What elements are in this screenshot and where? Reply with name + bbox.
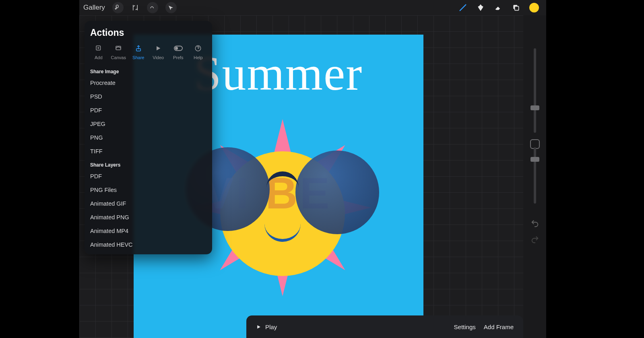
svg-rect-1 — [515, 6, 519, 10]
redo-icon[interactable] — [530, 235, 539, 245]
eraser-icon[interactable] — [494, 3, 503, 12]
share-image-option[interactable]: PDF — [85, 103, 212, 117]
adjustments-icon[interactable] — [131, 3, 140, 12]
brush-size-thumb[interactable] — [530, 105, 539, 110]
undo-icon[interactable] — [530, 219, 539, 229]
transform-arrow-icon[interactable] — [165, 2, 177, 13]
share-layers-option[interactable]: Animated MP4 — [85, 224, 212, 238]
actions-tab-help[interactable]: Help — [188, 42, 208, 62]
share-image-option[interactable]: JPEG — [85, 117, 212, 131]
actions-tab-share[interactable]: Share — [128, 42, 149, 62]
prefs-toggle-icon — [174, 44, 183, 53]
add-icon — [94, 44, 103, 53]
play-label: Play — [265, 324, 277, 330]
share-layers-option[interactable]: Animated HEVC — [85, 238, 212, 251]
share-image-option[interactable]: Procreate — [85, 76, 212, 90]
layers-icon[interactable] — [512, 3, 520, 12]
share-icon — [134, 44, 143, 53]
share-layers-option[interactable]: Animated GIF — [85, 197, 212, 210]
share-image-option[interactable]: PNG — [85, 131, 212, 144]
actions-title: Actions — [85, 21, 212, 42]
actions-tab-canvas[interactable]: Canvas — [109, 42, 129, 62]
side-rail — [523, 15, 546, 338]
anim-settings-button[interactable]: Settings — [454, 324, 476, 330]
top-toolbar: Gallery — [79, 0, 546, 15]
brush-icon[interactable] — [458, 3, 467, 12]
share-image-label: Share Image — [85, 65, 212, 76]
add-frame-button[interactable]: Add Frame — [484, 324, 514, 330]
share-image-option[interactable]: PSD — [85, 90, 212, 103]
actions-wrench-icon[interactable] — [112, 2, 124, 13]
brush-size-slider[interactable] — [534, 48, 536, 133]
actions-tab-prefs[interactable]: Prefs — [168, 42, 188, 62]
animation-bar: Play Settings Add Frame — [246, 315, 523, 338]
actions-tabs: Add Canvas Share Video Prefs Help — [85, 42, 212, 65]
smudge-icon[interactable] — [476, 3, 485, 12]
share-layers-option[interactable]: PNG Files — [85, 183, 212, 197]
share-layers-option[interactable]: PDF — [85, 169, 212, 183]
actions-panel: Actions Add Canvas Share Video Prefs Hel… — [85, 21, 212, 254]
actions-tab-video[interactable]: Video — [149, 42, 169, 62]
share-layers-label: Share Layers — [85, 158, 212, 169]
opacity-slider[interactable] — [534, 147, 536, 204]
opacity-thumb[interactable] — [530, 157, 539, 162]
share-layers-option[interactable]: Animated PNG — [85, 210, 212, 224]
play-button[interactable]: Play — [256, 324, 277, 330]
help-icon — [194, 44, 202, 53]
color-swatch[interactable] — [529, 3, 539, 12]
video-play-icon — [154, 44, 163, 53]
gallery-button[interactable]: Gallery — [83, 4, 105, 12]
svg-point-6 — [175, 47, 178, 49]
selection-icon[interactable] — [147, 2, 158, 13]
sunglasses — [186, 143, 379, 232]
share-image-option[interactable]: TIFF — [85, 144, 212, 158]
actions-tab-add[interactable]: Add — [89, 42, 109, 62]
canvas-icon — [114, 44, 123, 53]
